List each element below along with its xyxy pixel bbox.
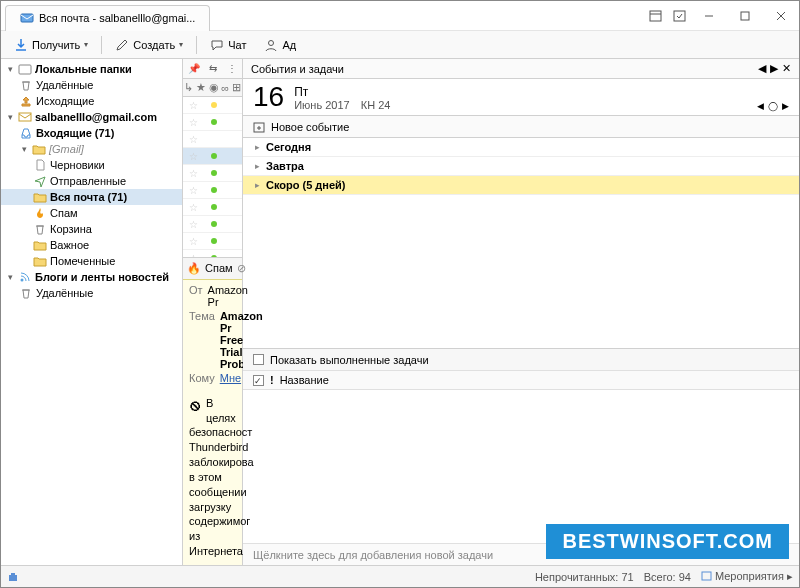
new-event-row[interactable]: Новое событие [243,116,799,138]
receive-button[interactable]: Получить ▾ [7,35,95,55]
svg-rect-16 [9,575,17,581]
message-row[interactable]: ☆ [183,97,242,114]
calendar-pane: События и задачи ◀ ▶ ✕ 16 Пт Июнь 2017 К… [243,59,799,565]
columns-icon[interactable]: ⋮ [227,63,237,74]
message-list-pane: 📌 ⇆ ⋮ ↳ ★ ◉ ∞ ⊞ ☆ ☆ ☆ ☆ ☆ ☆ ☆ ☆ ☆ ☆ ☆ 🔥 … [183,59,243,565]
message-rows: ☆ ☆ ☆ ☆ ☆ ☆ ☆ ☆ ☆ ☆ ☆ [183,97,242,257]
online-status-icon[interactable] [7,571,19,583]
message-row[interactable]: ☆ [183,131,242,148]
svg-point-9 [269,40,274,45]
thread-column-icon: ↳ [184,81,193,94]
rss-icon [18,271,32,283]
folder-trash[interactable]: Корзина [1,221,182,237]
titlebar-right [643,1,799,31]
blocked-content-icon: 🛇 [189,398,202,416]
folder-drafts[interactable]: Черновики [1,157,182,173]
calendar-panel-title: События и задачи [251,63,344,75]
svg-point-12 [21,279,24,282]
folder-local[interactable]: ▾ Локальные папки [1,61,182,77]
folder-spam[interactable]: Спам [1,205,182,221]
outbox-icon [19,95,33,107]
prev-day-button[interactable]: ◀ [757,101,764,111]
person-icon [264,38,278,52]
checkbox-column-icon[interactable] [253,375,264,386]
calendar-body [243,195,799,348]
svg-rect-18 [702,572,711,580]
folder-local-outbox[interactable]: Исходящие [1,93,182,109]
titlebar: Вся почта - salbanelllo@gmai... [1,1,799,31]
prev-button[interactable]: ◀ [758,62,766,75]
folder-sent[interactable]: Отправленные [1,173,182,189]
window-tab[interactable]: Вся почта - salbanelllo@gmai... [5,5,210,31]
day-sections: ▸Сегодня ▸Завтра ▸Скоро (5 дней) [243,138,799,195]
folder-gmail[interactable]: ▾ [Gmail] [1,141,182,157]
folder-allmail[interactable]: Вся почта (71) [1,189,182,205]
section-tomorrow[interactable]: ▸Завтра [243,157,799,176]
folder-inbox[interactable]: Входящие (71) [1,125,182,141]
close-button[interactable] [763,1,799,31]
message-row[interactable]: ☆ [183,165,242,182]
message-header: ОтAmazon Pr ТемаAmazon Pr Free Trial Pro… [183,279,242,390]
chevron-down-icon: ▾ [19,144,29,154]
maximize-button[interactable] [727,1,763,31]
read-column-icon: ∞ [221,82,229,94]
trash-icon [19,287,33,299]
folder-icon [18,63,32,75]
status-events[interactable]: Мероприятия ▸ [701,570,793,583]
chevron-down-icon: ▾ [84,40,88,49]
chevron-right-icon: ▸ [255,180,260,190]
message-row[interactable]: ☆ [183,182,242,199]
compose-button[interactable]: Создать ▾ [108,35,190,55]
mail-icon [18,111,32,123]
pin-icon[interactable]: 📌 [188,63,200,74]
message-row[interactable]: ☆ [183,199,242,216]
today-button[interactable]: ◯ [768,101,778,111]
main-toolbar: Получить ▾ Создать ▾ Чат Ад [1,31,799,59]
folder-feeds[interactable]: ▾ Блоги и ленты новостей [1,269,182,285]
message-toolbar: 🔥 Спам ⊘ [183,257,242,279]
folder-local-deleted[interactable]: Удалённые [1,77,182,93]
tasks-icon[interactable] [669,6,689,26]
day-of-week: Пт [294,85,390,99]
filter-icon[interactable]: ⇆ [209,63,217,74]
tasks-filter-row: Показать выполненные задачи [243,348,799,370]
from-value: Amazon Pr [208,284,248,308]
minimize-button[interactable] [691,1,727,31]
show-completed-checkbox[interactable] [253,354,264,365]
spam-button[interactable]: Спам [205,262,233,274]
chevron-down-icon: ▾ [5,112,15,122]
sent-icon [33,175,47,187]
folder-important[interactable]: Важное [1,237,182,253]
message-row[interactable]: ☆ [183,216,242,233]
folder-tree: ▾ Локальные папки Удалённые Исходящие ▾ … [1,59,183,565]
section-today[interactable]: ▸Сегодня [243,138,799,157]
message-row[interactable]: ☆ [183,250,242,257]
section-soon[interactable]: ▸Скоро (5 дней) [243,176,799,195]
message-row[interactable]: ☆ [183,148,242,165]
chat-button[interactable]: Чат [203,35,253,55]
folder-account[interactable]: ▾ salbanelllo@gmail.com [1,109,182,125]
title-column[interactable]: Название [280,374,329,386]
list-column-header[interactable]: ↳ ★ ◉ ∞ ⊞ [183,79,242,97]
folder-icon [32,143,46,155]
addressbook-button[interactable]: Ад [257,35,303,55]
next-day-button[interactable]: ▶ [782,101,789,111]
calendar-icon[interactable] [645,6,665,26]
chevron-right-icon: ▸ [255,161,260,171]
svg-rect-3 [674,11,685,21]
flame-icon: 🔥 [187,262,201,275]
folder-feeds-deleted[interactable]: Удалённые [1,285,182,301]
mail-app-icon [20,11,34,25]
tasks-body[interactable] [243,390,799,543]
folder-starred[interactable]: Помеченные [1,253,182,269]
folder-icon [33,191,47,203]
file-icon [33,159,47,171]
message-row[interactable]: ☆ [183,233,242,250]
close-pane-button[interactable]: ✕ [782,62,791,75]
trash-icon [33,223,47,235]
svg-rect-5 [741,12,749,20]
svg-rect-0 [21,14,33,22]
message-row[interactable]: ☆ [183,114,242,131]
next-button[interactable]: ▶ [770,62,778,75]
chat-icon [210,38,224,52]
